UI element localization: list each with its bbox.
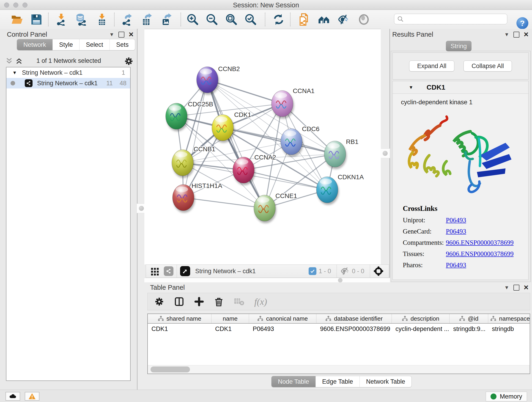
crosslink-value-link[interactable]: P06493: [446, 228, 466, 235]
results-panel-collapse-icon[interactable]: ▼: [504, 32, 509, 38]
export-network-icon[interactable]: [121, 13, 133, 26]
table-row[interactable]: CDK1CDK1P064939606.ENSP00000378699cyclin…: [148, 324, 530, 334]
tab-select[interactable]: Select: [79, 39, 109, 50]
import-table-from-file-icon[interactable]: [96, 13, 108, 26]
control-panel-float-icon[interactable]: [119, 32, 124, 38]
create-column-icon[interactable]: [194, 297, 204, 306]
horizontal-splitter[interactable]: [144, 278, 390, 283]
save-session-icon[interactable]: [30, 13, 43, 26]
column-header-database-identifier[interactable]: database identifier: [317, 314, 392, 323]
collection-expand-icon[interactable]: ▼: [12, 70, 17, 75]
column-header-description[interactable]: description: [392, 314, 450, 323]
refresh-view-icon[interactable]: [272, 13, 285, 26]
gene-section-expand-icon[interactable]: ▼: [409, 85, 413, 90]
table-options-gear-icon[interactable]: [154, 297, 164, 306]
column-header-shared-name[interactable]: shared name: [148, 314, 211, 323]
help-icon[interactable]: ?: [516, 17, 528, 29]
tab-network[interactable]: Network: [17, 39, 52, 50]
grid-view-icon[interactable]: [151, 267, 159, 275]
crosslink-label: Pharos:: [403, 261, 446, 269]
column-header-name[interactable]: name: [211, 314, 249, 323]
control-panel-collapse-icon[interactable]: ▼: [109, 32, 114, 38]
collapse-all-button[interactable]: Collapse All: [463, 61, 512, 71]
table-cell[interactable]: P06493: [249, 325, 317, 332]
window-title: Session: New Session: [0, 1, 532, 9]
crosslink-value-link[interactable]: P06493: [446, 216, 466, 224]
table-cell[interactable]: stringdb: [488, 325, 530, 332]
expand-all-networks-icon[interactable]: [16, 57, 22, 65]
crosslink-label: Uniprot:: [403, 216, 446, 224]
column-header-namespace[interactable]: namespace: [488, 314, 530, 323]
crosslink-value-link[interactable]: 9606.ENSP00000378699: [446, 239, 514, 246]
network-row-selected[interactable]: String Network – cdk1 11 48: [6, 78, 130, 89]
zoom-out-icon[interactable]: [206, 13, 218, 26]
collapse-all-networks-icon[interactable]: [6, 57, 13, 65]
network-selected-status: 1 of 1 Network selected: [30, 57, 108, 64]
show-columns-icon[interactable]: [174, 297, 184, 307]
network-options-gear-icon[interactable]: [124, 57, 133, 66]
table-cell[interactable]: CDK1: [148, 325, 211, 332]
table-panel-float-icon[interactable]: [513, 285, 519, 291]
export-table-icon[interactable]: [140, 13, 152, 26]
table-cell[interactable]: CDK1: [211, 325, 249, 332]
table-cell[interactable]: stringdb:9...: [450, 325, 488, 332]
column-header-canonical-name[interactable]: canonical name: [249, 314, 317, 323]
node-gloss: [176, 186, 188, 192]
node-gloss: [200, 69, 212, 74]
tab-node-table[interactable]: Node Table: [272, 376, 316, 387]
table-panel-collapse-icon[interactable]: ▼: [504, 285, 509, 291]
zoom-in-icon[interactable]: [186, 13, 199, 26]
network-collection-row[interactable]: ▼ String Network – cdk1 1: [6, 67, 130, 78]
gene-detail-box: ▼ CDK1 cyclin-dependent kinase 1: [393, 81, 529, 280]
open-session-icon[interactable]: [11, 13, 23, 26]
results-panel-close-icon[interactable]: ✕: [524, 31, 529, 38]
right-splitter-handle[interactable]: [380, 148, 390, 158]
zoom-selected-icon[interactable]: [244, 13, 257, 26]
delete-column-icon[interactable]: [214, 297, 224, 306]
tab-style[interactable]: Style: [52, 39, 79, 50]
table-horizontal-scrollbar[interactable]: [148, 365, 530, 374]
import-network-from-file-icon[interactable]: [56, 13, 68, 26]
import-network-from-database-icon[interactable]: [75, 13, 88, 26]
tab-edge-table[interactable]: Edge Table: [316, 376, 360, 387]
left-splitter[interactable]: [138, 29, 144, 282]
detach-view-icon[interactable]: [180, 266, 190, 276]
search-input[interactable]: [404, 15, 507, 23]
export-image-icon[interactable]: [160, 13, 172, 26]
expand-all-button[interactable]: Expand All: [409, 61, 455, 71]
table-cell[interactable]: cyclin-dependent ...: [392, 325, 450, 332]
right-splitter[interactable]: [381, 29, 390, 282]
gene-section-header[interactable]: ▼ CDK1: [393, 81, 528, 94]
memory-button[interactable]: Memory: [486, 392, 527, 401]
expand-collapse-box: Expand All Collapse All: [393, 52, 529, 80]
control-panel-close-icon[interactable]: ✕: [128, 31, 134, 38]
fit-content-icon[interactable]: [225, 13, 238, 26]
birdseye-toggle-icon[interactable]: [373, 266, 384, 276]
tab-sets[interactable]: Sets: [109, 39, 135, 50]
home-icon[interactable]: [318, 13, 330, 26]
node-label-CCNE1: CCNE1: [275, 192, 297, 199]
network-canvas[interactable]: CCNB2CCNA1CDC25BCDK1CDC6RB1CCNB1CCNA2CDK…: [144, 29, 381, 264]
crosslink-value-link[interactable]: 9606.ENSP00000378699: [446, 250, 514, 258]
table-panel: Table Panel ▼ ✕ f(x) shared namenamecano…: [138, 282, 532, 390]
selected-checkbox-icon[interactable]: [309, 267, 317, 275]
horizontal-splitter-handle[interactable]: [338, 278, 342, 283]
show-hide-graphics-icon[interactable]: [337, 13, 349, 26]
scrollbar-thumb[interactable]: [151, 366, 190, 372]
network-edge-HIST1H1A-CCNE1[interactable]: [183, 198, 265, 208]
results-panel-float-icon[interactable]: [513, 32, 519, 38]
import-string-network-icon[interactable]: [298, 13, 311, 26]
cloud-button[interactable]: [6, 392, 20, 401]
memory-status-icon: [491, 394, 496, 400]
table-cell[interactable]: 9606.ENSP00000378699: [317, 325, 392, 332]
column-header--id[interactable]: @id: [450, 314, 488, 323]
search-field[interactable]: [394, 14, 507, 24]
node-label-CDKN1A: CDKN1A: [338, 173, 364, 181]
results-tab-string[interactable]: String: [446, 41, 472, 51]
hidden-eye-icon[interactable]: [340, 266, 350, 276]
tab-network-table[interactable]: Network Table: [360, 376, 412, 387]
warnings-button[interactable]: [25, 392, 39, 401]
table-panel-close-icon[interactable]: ✕: [524, 284, 529, 291]
crosslink-value-link[interactable]: P06493: [446, 261, 466, 269]
network-overview-icon[interactable]: [164, 266, 173, 276]
